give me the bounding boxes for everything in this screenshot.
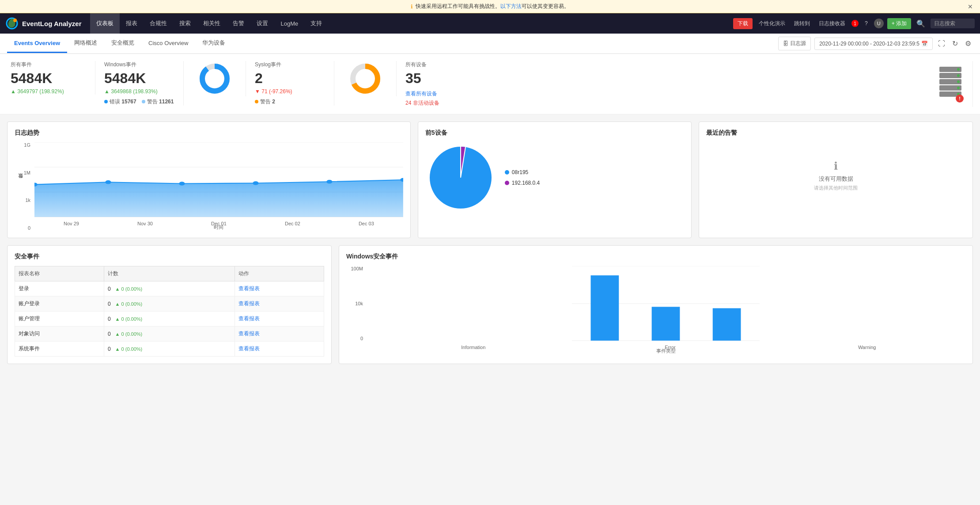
svg-point-24: [253, 181, 258, 185]
log-trend-panel: 日志趋势 1G 1M 1k 0 数量: [7, 122, 411, 238]
windows-events-value: 5484K: [104, 70, 174, 87]
user-avatar[interactable]: U: [874, 19, 884, 28]
header-right: 下载 个性化演示 跳转到 日志接收器 1 ? U + 添加 🔍: [733, 18, 975, 30]
row-name: 对象访问: [15, 327, 104, 342]
legend-label-1: 08r195: [512, 169, 528, 175]
date-range-text: 2020-11-29 00:00:00 - 2020-12-03 23:59:5: [819, 41, 919, 47]
pie-legend: 08r195 192.168.0.4: [505, 169, 540, 186]
windows-x-title: 事件类型: [366, 348, 965, 354]
top-banner: ℹ 快速采用远程工作可能具有挑战性。 以下方法 可以使其变更容易。 ✕: [0, 0, 980, 13]
calendar-icon: 📅: [921, 41, 928, 47]
legend-dot-2: [505, 181, 509, 185]
y-0-bar: 0: [360, 336, 363, 341]
all-events-label: 所有事件: [11, 61, 86, 68]
syslog-info-block: Syslog事件 2 ▼ 71 (-97.26%) 警告 2: [246, 61, 334, 106]
nav-logme[interactable]: LogMe: [274, 13, 304, 34]
view-report-link[interactable]: 查看报表: [238, 285, 260, 292]
syslog-donut-chart: [197, 61, 232, 96]
banner-text: 快速采用远程工作可能具有挑战性。: [416, 3, 500, 10]
view-report-link[interactable]: 查看报表: [238, 315, 260, 322]
notification-badge[interactable]: 1: [851, 20, 859, 27]
tab-network-overview[interactable]: 网络概述: [67, 34, 104, 53]
row-name: 账户管理: [15, 311, 104, 327]
col-count: 计数: [104, 266, 235, 281]
jump-to-link[interactable]: 跳转到: [791, 20, 813, 27]
refresh-icon[interactable]: ↻: [950, 38, 960, 49]
view-report-link[interactable]: 查看报表: [238, 300, 260, 307]
svg-rect-35: [713, 308, 741, 341]
download-button[interactable]: 下载: [733, 18, 753, 29]
nav-support[interactable]: 支持: [304, 13, 328, 34]
syslog-alert-value: 2: [272, 99, 275, 105]
banner-link[interactable]: 以下方法: [500, 3, 522, 10]
log-receiver-link[interactable]: 日志接收器: [816, 20, 848, 27]
svg-point-14: [957, 87, 960, 89]
row-action[interactable]: 查看报表: [235, 281, 324, 296]
log-source-button[interactable]: 🗄 日志源: [778, 37, 811, 50]
nav-search[interactable]: 搜索: [173, 13, 197, 34]
search-input[interactable]: [931, 19, 975, 28]
tab-huawei-devices[interactable]: 华为设备: [195, 34, 232, 53]
svg-point-25: [326, 180, 332, 184]
personalize-link[interactable]: 个性化演示: [756, 20, 788, 27]
tab-security-overview[interactable]: 安全概览: [104, 34, 141, 53]
svg-point-13: [957, 80, 960, 83]
tab-cisco-overview[interactable]: Cisco Overview: [141, 34, 195, 53]
nav-alerts[interactable]: 告警: [227, 13, 250, 34]
charts-row: 日志趋势 1G 1M 1k 0 数量: [7, 122, 973, 238]
nav-compliance[interactable]: 合规性: [144, 13, 173, 34]
no-data-text: 没有可用数据: [819, 175, 853, 183]
all-events-change: ▲ 3649797 (198.92%): [11, 88, 86, 95]
date-range-picker[interactable]: 2020-11-29 00:00:00 - 2020-12-03 23:59:5…: [814, 38, 933, 50]
nav-dashboard[interactable]: 仪表板: [90, 13, 120, 34]
view-report-link[interactable]: 查看报表: [238, 330, 260, 337]
tabs-bar: Events Overview 网络概述 安全概览 Cisco Overview…: [0, 34, 980, 54]
legend-dot-1: [505, 170, 509, 175]
svg-point-1: [13, 19, 17, 22]
syslog-value: 2: [255, 70, 325, 87]
tab-events-overview[interactable]: Events Overview: [7, 34, 67, 53]
view-all-devices-link[interactable]: 查看所有设备: [405, 91, 437, 97]
nav-settings[interactable]: 设置: [250, 13, 274, 34]
y-label-1k: 1k: [25, 197, 30, 203]
col-report-name: 报表名称: [15, 266, 104, 281]
error-label: 错误: [110, 99, 120, 105]
row-action[interactable]: 查看报表: [235, 342, 324, 357]
svg-point-22: [105, 180, 111, 184]
top5-devices-panel: 前5设备 08r195: [418, 122, 692, 238]
windows-events-sub: 错误 15767 警告 11261: [104, 98, 174, 106]
devices-value: 35: [405, 70, 928, 87]
svg-marker-20: [34, 180, 403, 217]
y-10k: 10k: [355, 301, 363, 306]
top5-title: 前5设备: [425, 129, 685, 137]
svg-point-23: [179, 182, 185, 186]
row-action[interactable]: 查看报表: [235, 311, 324, 327]
nav-correlation[interactable]: 相关性: [197, 13, 227, 34]
help-link[interactable]: ?: [862, 20, 870, 27]
row-name: 登录: [15, 281, 104, 296]
syslog-sub: 警告 2: [255, 98, 325, 106]
search-icon[interactable]: 🔍: [915, 18, 927, 30]
row-count: 0 ▲ 0 (0.00%): [104, 327, 235, 342]
view-report-link[interactable]: 查看报表: [238, 346, 260, 352]
table-row: 账户管理 0 ▲ 0 (0.00%) 查看报表: [15, 311, 324, 327]
table-row: 系统事件 0 ▲ 0 (0.00%) 查看报表: [15, 342, 324, 357]
security-table: 报表名称 计数 动作 登录 0 ▲ 0 (0.00%) 查看报表 账户登录 0 …: [15, 266, 324, 357]
recent-alerts-title: 最近的告警: [706, 129, 965, 137]
row-action[interactable]: 查看报表: [235, 296, 324, 311]
all-events-block: 所有事件 5484K ▲ 3649797 (198.92%): [7, 61, 95, 95]
table-row: 对象访问 0 ▲ 0 (0.00%) 查看报表: [15, 327, 324, 342]
y-label-1g: 1G: [24, 142, 30, 148]
y-100m: 100M: [351, 266, 363, 271]
settings-icon[interactable]: ⚙: [963, 38, 973, 49]
row-count: 0 ▲ 0 (0.00%): [104, 281, 235, 296]
close-banner-button[interactable]: ✕: [968, 3, 973, 10]
fullscreen-icon[interactable]: ⛶: [936, 38, 947, 49]
nav-reports[interactable]: 报表: [120, 13, 144, 34]
windows-bar-chart: 100M 10k 0 Information: [346, 266, 965, 354]
svg-rect-34: [652, 307, 680, 341]
add-button[interactable]: + 添加: [887, 18, 911, 29]
all-events-value: 5484K: [11, 70, 86, 87]
header: EventLog Analyzer 仪表板 报表 合规性 搜索 相关性 告警 设…: [0, 13, 980, 34]
row-action[interactable]: 查看报表: [235, 327, 324, 342]
